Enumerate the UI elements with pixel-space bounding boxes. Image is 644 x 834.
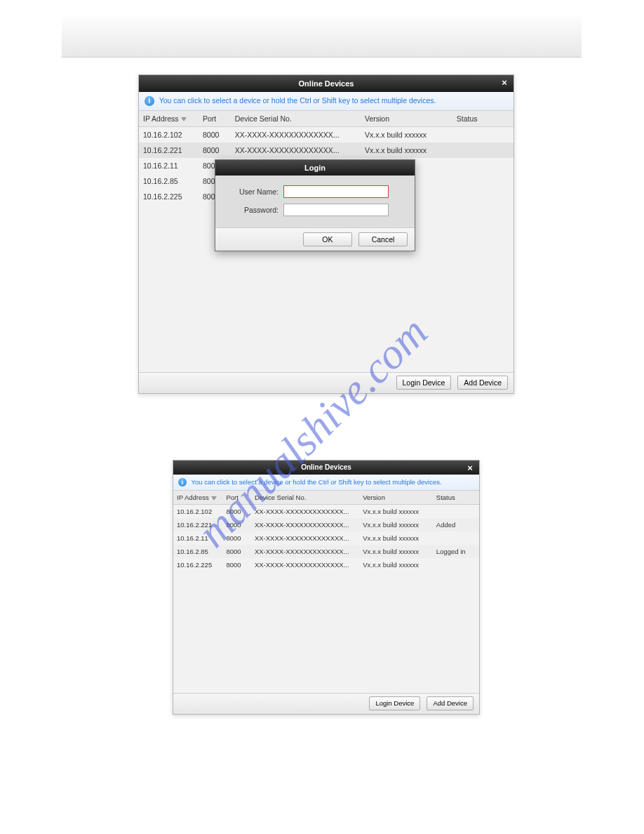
col-status-header[interactable]: Status [433,491,479,505]
online-devices-window-1: Online Devices × i You can click to sele… [138,74,514,394]
info-icon: i [178,478,187,486]
col-serial-header[interactable]: Device Serial No. [251,491,359,505]
col-version-header[interactable]: Version [361,111,452,127]
table-row[interactable]: 10.16.2.102 8000 XX-XXXX-XXXXXXXXXXXXX..… [139,127,514,143]
login-device-button[interactable]: Login Device [369,696,420,710]
table-row[interactable]: 10.16.2.102 8000 XX-XXXX-XXXXXXXXXXXXX..… [173,505,479,519]
cancel-button[interactable]: Cancel [358,232,408,246]
sort-icon [211,496,217,501]
add-device-button[interactable]: Add Device [457,376,508,390]
login-footer: OK Cancel [215,227,415,251]
table-row[interactable]: 10.16.2.221 8000 XX-XXXX-XXXXXXXXXXXXX..… [173,518,479,531]
col-version-header[interactable]: Version [359,491,433,505]
close-icon[interactable]: × [499,78,509,88]
password-label: Password: [228,206,279,214]
col-serial-header[interactable]: Device Serial No. [231,111,361,127]
login-titlebar: Login [215,160,415,176]
document-header-bar [62,15,582,58]
window-footer: Login Device Add Device [139,372,514,393]
col-ip-header[interactable]: IP Address [139,111,199,127]
window-titlebar: Online Devices × [173,461,479,475]
window-title: Online Devices [299,79,354,88]
window-title: Online Devices [301,463,351,471]
username-label: User Name: [228,187,279,196]
close-icon[interactable]: × [465,463,475,473]
login-device-button[interactable]: Login Device [396,376,452,390]
hint-text: You can click to select a device or hold… [159,96,436,105]
col-ip-header[interactable]: IP Address [173,491,222,505]
window-titlebar: Online Devices × [139,75,514,92]
hint-bar: i You can click to select a device or ho… [139,92,514,111]
online-devices-window-2: Online Devices × i You can click to sele… [173,460,480,715]
username-input[interactable] [283,185,389,198]
device-table: IP Address Port Device Serial No. Versio… [173,491,479,571]
info-icon: i [145,96,154,106]
ok-button[interactable]: OK [303,232,352,246]
hint-text: You can click to select a device or hold… [191,478,441,486]
window-footer: Login Device Add Device [173,693,479,714]
table-row[interactable]: 10.16.2.221 8000 XX-XXXX-XXXXXXXXXXXXX..… [139,143,514,158]
col-port-header[interactable]: Port [222,491,251,505]
table-row[interactable]: 10.16.2.85 8000 XX-XXXX-XXXXXXXXXXXXX...… [173,545,479,558]
col-port-header[interactable]: Port [199,111,231,127]
col-status-header[interactable]: Status [452,111,514,127]
table-row[interactable]: 10.16.2.225 8000 XX-XXXX-XXXXXXXXXXXXX..… [173,558,479,571]
login-body: User Name: Password: [215,176,415,227]
password-input[interactable] [283,204,389,216]
login-dialog: Login User Name: Password: OK Cancel [215,159,415,251]
sort-icon [181,117,187,121]
table-row[interactable]: 10.16.2.11 8000 XX-XXXX-XXXXXXXXXXXXX...… [173,531,479,545]
hint-bar: i You can click to select a device or ho… [173,475,479,491]
add-device-button[interactable]: Add Device [427,696,474,710]
